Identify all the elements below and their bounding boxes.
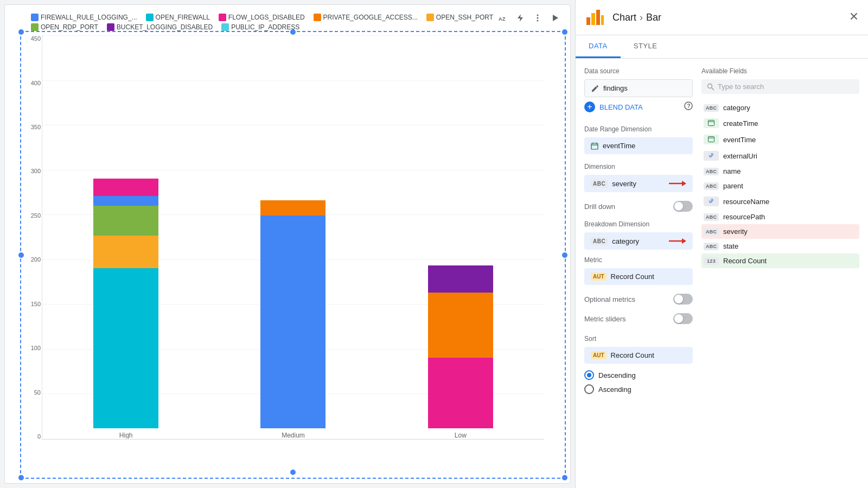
field-eventtime[interactable]: eventTime xyxy=(701,131,859,148)
svg-rect-25 xyxy=(709,137,714,142)
stacked-bar-medium[interactable] xyxy=(260,200,326,428)
y-label-200: 200 xyxy=(15,256,41,263)
legend-color-open-firewall xyxy=(146,14,154,21)
field-badge-category: ABC xyxy=(704,104,719,112)
legend-color-bucket-logging xyxy=(107,23,114,31)
field-parent[interactable]: ABC parent xyxy=(701,179,859,193)
handle-br[interactable] xyxy=(562,475,567,480)
help-icon[interactable]: ? xyxy=(684,102,693,112)
dimension-label: Dimension xyxy=(584,163,693,170)
search-icon xyxy=(707,83,714,91)
blend-data-row[interactable]: + BLEND DATA ? xyxy=(584,97,693,117)
svg-point-21 xyxy=(708,84,712,88)
bar-group-high: High xyxy=(76,179,176,439)
legend-label-firewall-logging: FIREWALL_RULE_LOGGING_... xyxy=(41,14,137,21)
field-name-eventtime: eventTime xyxy=(723,136,756,144)
legend-color-open-rdp xyxy=(31,23,39,31)
metric-sliders-row: Metric sliders xyxy=(584,311,693,326)
field-category[interactable]: ABC category xyxy=(701,100,859,115)
bar-high-yellow xyxy=(93,236,158,268)
handle-bottom[interactable] xyxy=(290,470,296,475)
legend-label-flow-logs: FLOW_LOGS_DISABLED xyxy=(228,14,305,21)
field-externaluri[interactable]: externalUri xyxy=(701,148,859,164)
search-input[interactable] xyxy=(718,83,854,91)
date-range-chip[interactable]: eventTime xyxy=(584,137,693,154)
x-label-medium: Medium xyxy=(282,432,305,439)
data-source-row[interactable]: findings xyxy=(584,79,693,97)
legend-item-public-ip: PUBLIC_IP_ADDRESS xyxy=(221,23,299,31)
metric-value: Record Count xyxy=(611,272,654,281)
arrow-indicator-breakdown xyxy=(669,237,686,245)
sort-radio-group: Descending Ascending xyxy=(584,370,693,394)
sort-chip[interactable]: AUT Record Count xyxy=(584,347,693,364)
stacked-bar-high[interactable] xyxy=(93,179,158,428)
optional-metrics-toggle[interactable] xyxy=(673,294,693,305)
field-badge-parent: ABC xyxy=(704,182,719,190)
y-label-450: 450 xyxy=(15,35,41,42)
panel-close-button[interactable] xyxy=(848,11,859,24)
fields-column: Available Fields ABC category xyxy=(701,67,859,479)
field-name-record-count: Record Count xyxy=(723,257,767,265)
field-badge-resourcepath: ABC xyxy=(704,213,719,221)
svg-rect-23 xyxy=(709,121,714,126)
svg-rect-13 xyxy=(591,143,598,149)
bar-low-pink xyxy=(428,358,493,428)
tab-data[interactable]: DATA xyxy=(576,35,621,58)
radio-descending[interactable]: Descending xyxy=(584,370,693,380)
handle-bl[interactable] xyxy=(18,475,24,480)
metric-chip[interactable]: AUT Record Count xyxy=(584,268,693,285)
drill-down-toggle[interactable] xyxy=(673,201,693,212)
field-name-parent: parent xyxy=(723,182,743,190)
dimension-value: severity xyxy=(612,180,636,188)
legend-item-open-firewall: OPEN_FIREWALL xyxy=(146,14,210,21)
y-label-250: 250 xyxy=(15,212,41,219)
svg-point-4 xyxy=(537,17,539,19)
field-severity[interactable]: ABC severity xyxy=(701,224,859,239)
metric-sliders-toggle[interactable] xyxy=(673,313,693,324)
y-label-150: 150 xyxy=(15,301,41,307)
search-box[interactable] xyxy=(701,79,859,94)
tab-style[interactable]: STYLE xyxy=(621,35,671,58)
panel-content: Data source findings + BLEND DATA ? Date… xyxy=(576,59,868,488)
stacked-bar-low[interactable] xyxy=(428,265,493,428)
bar-low-purple xyxy=(428,265,493,293)
field-record-count[interactable]: 123 Record Count xyxy=(701,253,859,268)
legend-label-bucket-logging: BUCKET_LOGGING_DISABLED xyxy=(117,23,213,31)
blend-data-label: BLEND DATA xyxy=(599,103,643,111)
chart-toolbar: A Z xyxy=(492,9,566,27)
x-label-high: High xyxy=(119,432,133,439)
field-badge-name: ABC xyxy=(704,168,719,175)
bar-group-low: Low xyxy=(410,265,510,439)
field-resourcepath[interactable]: ABC resourcePath xyxy=(701,210,859,224)
grid-line-300 xyxy=(42,170,544,170)
rbc-badge-breakdown: ABC xyxy=(591,237,608,245)
breakdown-chip[interactable]: ABC category xyxy=(584,232,693,250)
x-label-low: Low xyxy=(455,432,467,439)
bar-medium-orange xyxy=(260,200,326,216)
breakdown-label: Breakdown Dimension xyxy=(584,220,693,228)
legend-item-open-rdp: OPEN_RDP_PORT xyxy=(31,23,98,31)
y-label-50: 50 xyxy=(15,389,41,396)
svg-rect-7 xyxy=(586,17,590,25)
field-state[interactable]: ABC state xyxy=(701,239,859,253)
lightning-icon[interactable] xyxy=(514,11,527,24)
y-label-300: 300 xyxy=(15,168,41,174)
metric-sliders-label: Metric sliders xyxy=(584,315,626,323)
play-icon[interactable] xyxy=(548,11,561,24)
y-axis: 0 50 100 150 200 250 300 350 400 450 xyxy=(15,35,41,440)
grid-line-350 xyxy=(42,125,544,125)
az-icon[interactable]: A Z xyxy=(496,11,509,24)
sort-label: Sort xyxy=(584,335,693,343)
field-badge-severity: ABC xyxy=(704,228,719,236)
svg-marker-20 xyxy=(682,238,686,244)
dimension-chip[interactable]: ABC severity xyxy=(584,175,693,192)
field-resourcename[interactable]: resourceName xyxy=(701,193,859,210)
y-label-400: 400 xyxy=(15,80,41,86)
field-name[interactable]: ABC name xyxy=(701,164,859,179)
field-createtime[interactable]: createTime xyxy=(701,115,859,131)
breakdown-value: category xyxy=(612,237,639,245)
radio-ascending[interactable]: Ascending xyxy=(584,384,693,394)
svg-line-22 xyxy=(712,87,714,90)
more-icon[interactable] xyxy=(531,11,544,24)
field-name-name: name xyxy=(723,167,741,175)
